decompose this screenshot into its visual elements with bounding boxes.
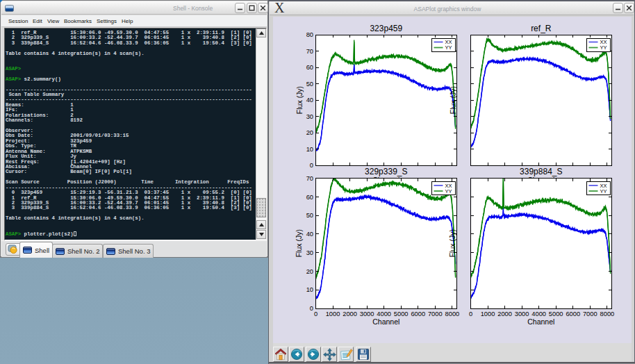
svg-text:0: 0 — [310, 305, 313, 312]
svg-text:339p884_S: 339p884_S — [520, 167, 562, 176]
svg-text:50: 50 — [306, 81, 313, 88]
svg-text:0: 0 — [310, 162, 313, 169]
svg-text:ref_R: ref_R — [531, 24, 552, 33]
svg-text:5000: 5000 — [394, 311, 409, 317]
svg-text:6000: 6000 — [566, 311, 580, 317]
svg-text:20: 20 — [306, 129, 313, 136]
svg-text:323p459: 323p459 — [370, 24, 402, 33]
svg-text:2000: 2000 — [497, 311, 512, 317]
svg-text:YY: YY — [600, 188, 607, 195]
svg-text:50: 50 — [306, 212, 313, 219]
svg-text:70: 70 — [306, 48, 313, 55]
svg-text:1000: 1000 — [326, 311, 340, 317]
svg-text:80: 80 — [306, 31, 313, 38]
svg-text:10: 10 — [306, 146, 313, 153]
svg-text:3000: 3000 — [515, 311, 529, 317]
svg-text:30: 30 — [306, 113, 313, 120]
svg-text:40: 40 — [306, 97, 313, 104]
svg-text:30: 30 — [306, 249, 313, 256]
svg-text:YY: YY — [600, 44, 607, 51]
svg-text:2000: 2000 — [343, 311, 357, 317]
svg-text:70: 70 — [306, 175, 313, 182]
svg-text:3000: 3000 — [360, 311, 374, 317]
svg-text:1000: 1000 — [481, 311, 495, 317]
svg-text:8000: 8000 — [600, 311, 615, 317]
svg-text:40: 40 — [306, 231, 313, 238]
svg-text:7000: 7000 — [428, 311, 443, 317]
svg-text:Flux (Jy): Flux (Jy) — [449, 229, 457, 257]
svg-text:60: 60 — [306, 64, 313, 71]
svg-text:Flux (Jy): Flux (Jy) — [449, 86, 457, 114]
svg-text:5000: 5000 — [549, 311, 563, 317]
svg-text:7000: 7000 — [583, 311, 597, 317]
svg-text:Flux (Jy): Flux (Jy) — [295, 229, 304, 257]
svg-text:6000: 6000 — [411, 311, 425, 317]
svg-text:Flux (Jy): Flux (Jy) — [295, 86, 304, 114]
svg-text:0: 0 — [314, 311, 318, 317]
svg-text:4000: 4000 — [531, 311, 546, 317]
svg-text:60: 60 — [306, 194, 313, 201]
svg-text:10: 10 — [306, 286, 313, 293]
svg-text:YY: YY — [445, 44, 452, 51]
svg-text:YY: YY — [445, 188, 452, 195]
svg-text:8000: 8000 — [445, 311, 460, 317]
svg-text:Channel: Channel — [372, 317, 399, 326]
svg-text:Channel: Channel — [527, 317, 554, 326]
svg-text:0: 0 — [469, 311, 472, 317]
svg-text:4000: 4000 — [377, 311, 391, 317]
svg-text:20: 20 — [306, 268, 313, 275]
svg-text:329p339_S: 329p339_S — [365, 167, 407, 176]
